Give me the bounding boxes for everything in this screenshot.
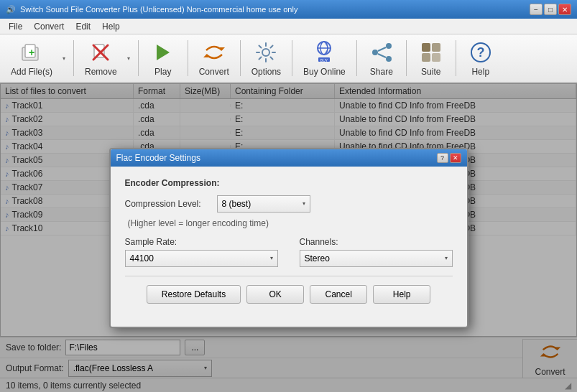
add-files-label: Add File(s) — [11, 67, 52, 77]
sample-rate-col: Sample Rate: 44100 ▾ — [125, 237, 278, 267]
maximize-button[interactable]: □ — [544, 4, 557, 15]
content-area: List of files to convert Format Size(MB)… — [0, 83, 577, 392]
cancel-button[interactable]: Cancel — [310, 285, 367, 304]
minimize-button[interactable]: − — [530, 4, 543, 15]
toolbar-sep-3 — [188, 40, 188, 76]
dialog: Flac Encoder Settings ? ✕ Encoder Compre… — [109, 148, 468, 328]
compression-row: Compression Level: 8 (best) ▾ — [125, 195, 453, 213]
app-title: Switch Sound File Converter Plus (Unlice… — [20, 5, 297, 14]
svg-marker-6 — [157, 45, 170, 60]
add-files-dropdown-arrow[interactable]: ▾ — [59, 37, 69, 79]
channels-value: Stereo — [305, 253, 330, 263]
close-button[interactable]: ✕ — [558, 4, 571, 15]
svg-point-15 — [386, 43, 392, 49]
play-icon — [150, 40, 176, 65]
compression-dropdown[interactable]: 8 (best) ▾ — [217, 195, 310, 213]
compression-label: Compression Level: — [125, 199, 211, 209]
svg-rect-20 — [422, 43, 430, 52]
dialog-buttons: Restore Defaults OK Cancel Help — [125, 276, 453, 315]
svg-point-9 — [262, 49, 269, 56]
convert-toolbar-label: Convert — [199, 67, 229, 77]
compression-dropdown-arrow: ▾ — [303, 200, 305, 207]
toolbar: + Add File(s) ▾ Remove ▾ — [0, 34, 577, 83]
help-button[interactable]: ? Help — [461, 37, 501, 79]
svg-point-17 — [386, 56, 392, 62]
dialog-title-right: ? ✕ — [437, 153, 461, 163]
remove-split: Remove ▾ — [78, 37, 134, 79]
svg-point-16 — [372, 50, 378, 55]
encoder-section-title: Encoder Compression: — [125, 178, 453, 188]
buy-online-button[interactable]: BUY Buy Online — [297, 37, 352, 79]
convert-toolbar-button[interactable]: Convert — [193, 37, 236, 79]
buy-online-label: Buy Online — [303, 67, 346, 77]
restore-defaults-button[interactable]: Restore Defaults — [147, 285, 241, 304]
play-label: Play — [154, 67, 171, 77]
suite-button[interactable]: Suite — [411, 37, 451, 79]
options-icon — [253, 40, 279, 65]
add-files-button[interactable]: + Add File(s) — [4, 37, 59, 79]
ok-button[interactable]: OK — [246, 285, 304, 304]
dialog-title: Flac Encoder Settings — [116, 153, 200, 163]
form-section: Sample Rate: 44100 ▾ Channels: Stereo ▾ — [125, 237, 453, 267]
remove-button[interactable]: Remove — [78, 37, 124, 79]
title-bar-right: − □ ✕ — [530, 4, 571, 15]
title-bar-left: 🔊 Switch Sound File Converter Plus (Unli… — [6, 5, 297, 14]
svg-line-19 — [378, 54, 386, 57]
compression-note: (Higher level = longer encoding time) — [125, 218, 453, 228]
toolbar-sep-2 — [138, 40, 139, 76]
remove-label: Remove — [85, 67, 117, 77]
help-icon: ? — [468, 40, 494, 65]
channels-col: Channels: Stereo ▾ — [300, 237, 453, 267]
dialog-title-bar: Flac Encoder Settings ? ✕ — [111, 149, 467, 167]
share-icon — [369, 40, 394, 65]
channels-dropdown-arrow: ▾ — [445, 255, 448, 261]
remove-icon — [88, 40, 114, 65]
buy-online-icon: BUY — [311, 40, 337, 65]
svg-text:BUY: BUY — [320, 58, 328, 62]
sample-rate-label: Sample Rate: — [125, 237, 278, 247]
toolbar-sep-8 — [456, 40, 456, 76]
channels-dropdown[interactable]: Stereo ▾ — [300, 250, 453, 267]
convert-toolbar-icon — [201, 40, 227, 65]
svg-text:+: + — [29, 47, 34, 58]
title-bar: 🔊 Switch Sound File Converter Plus (Unli… — [0, 0, 577, 19]
dialog-help-btn[interactable]: Help — [373, 285, 430, 304]
modal-overlay: Flac Encoder Settings ? ✕ Encoder Compre… — [0, 83, 577, 392]
svg-text:?: ? — [476, 45, 484, 60]
toolbar-sep-6 — [356, 40, 357, 76]
play-button[interactable]: Play — [143, 37, 183, 79]
toolbar-sep-7 — [406, 40, 407, 76]
options-button[interactable]: Options — [245, 37, 287, 79]
help-label: Help — [471, 67, 489, 77]
svg-rect-21 — [432, 43, 440, 52]
suite-label: Suite — [421, 67, 440, 77]
sample-rate-value: 44100 — [130, 253, 154, 263]
menu-help[interactable]: Help — [96, 20, 126, 33]
menu-edit[interactable]: Edit — [70, 20, 96, 33]
svg-rect-23 — [432, 53, 440, 62]
sample-rate-dropdown-arrow: ▾ — [270, 255, 273, 261]
sample-rate-dropdown[interactable]: 44100 ▾ — [125, 250, 278, 267]
add-files-icon: + — [19, 40, 45, 65]
menu-convert[interactable]: Convert — [28, 20, 70, 33]
compression-value: 8 (best) — [222, 199, 251, 209]
toolbar-sep-5 — [292, 40, 292, 76]
share-button[interactable]: Share — [361, 37, 402, 79]
menu-bar: File Convert Edit Help — [0, 19, 577, 34]
svg-rect-22 — [422, 53, 430, 62]
app-icon: 🔊 — [6, 5, 16, 14]
dialog-close-button[interactable]: ✕ — [450, 153, 461, 163]
toolbar-sep-1 — [73, 40, 74, 76]
remove-dropdown-arrow[interactable]: ▾ — [124, 37, 134, 79]
app-layout: 🔊 Switch Sound File Converter Plus (Unli… — [0, 0, 577, 392]
channels-label: Channels: — [300, 237, 453, 247]
dialog-help-button[interactable]: ? — [437, 153, 448, 163]
options-label: Options — [251, 67, 281, 77]
add-files-split: + Add File(s) ▾ — [4, 37, 69, 79]
toolbar-sep-4 — [240, 40, 241, 76]
svg-line-18 — [378, 47, 386, 51]
share-label: Share — [370, 67, 393, 77]
menu-file[interactable]: File — [3, 20, 28, 33]
dialog-body: Encoder Compression: Compression Level: … — [111, 167, 467, 327]
suite-icon — [418, 40, 444, 65]
